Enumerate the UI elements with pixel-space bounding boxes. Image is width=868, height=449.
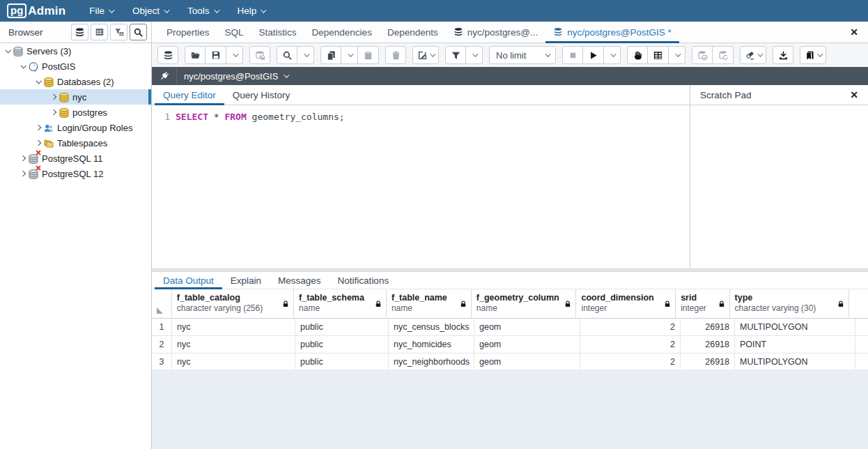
chevron-right-icon[interactable] <box>51 109 56 115</box>
chevron-down-icon[interactable] <box>36 78 41 84</box>
execute-dropdown-button[interactable] <box>604 46 621 64</box>
cell-coord-dimension[interactable]: 2 <box>580 353 681 370</box>
cell-type[interactable]: MULTIPOLYGON <box>735 353 855 370</box>
cell-coord-dimension[interactable]: 2 <box>580 319 681 335</box>
tree-item-postgresql-11[interactable]: PostgreSQL 11 <box>0 151 151 166</box>
table-row[interactable]: 3 nyc public nyc_neighborhoods geom 2 26… <box>152 353 868 370</box>
cell-f-table-schema[interactable]: public <box>295 319 389 335</box>
column-header-type[interactable]: type character varying (30) <box>730 289 849 318</box>
table-row[interactable]: 1 nyc public nyc_census_blocks geom 2 26… <box>152 319 868 336</box>
copy-button[interactable] <box>320 46 341 64</box>
column-header-srid[interactable]: srid integer <box>676 289 729 318</box>
row-number[interactable]: 3 <box>152 353 172 370</box>
column-header-f-table-name[interactable]: f_table_name name <box>387 289 472 318</box>
cell-f-geometry-column[interactable]: geom <box>474 319 580 335</box>
explain-dropdown-button[interactable] <box>669 46 685 64</box>
cell-f-table-catalog[interactable]: nyc <box>172 319 295 335</box>
chevron-right-icon[interactable] <box>20 171 26 176</box>
tab-dependencies[interactable]: Dependencies <box>304 22 380 43</box>
table-row[interactable]: 2 nyc public nyc_homicides geom 2 26918 … <box>152 336 868 353</box>
sql-editor[interactable]: 1 SELECT * FROM geometry_columns; <box>152 105 690 268</box>
tab-data-output[interactable]: Data Output <box>155 272 222 289</box>
find-button[interactable] <box>277 46 297 64</box>
tab-sql[interactable]: SQL <box>217 22 251 43</box>
column-header-f-table-catalog[interactable]: f_table_catalog character varying (256) <box>172 289 294 318</box>
tab-explain[interactable]: Explain <box>222 272 270 289</box>
chevron-down-icon[interactable] <box>20 63 26 68</box>
tree-item-postgis[interactable]: PostGIS <box>0 59 151 74</box>
row-number[interactable]: 2 <box>152 336 172 353</box>
tab-statistics[interactable]: Statistics <box>251 22 304 43</box>
explain-button[interactable] <box>627 46 648 64</box>
column-header-coord-dimension[interactable]: coord_dimension integer <box>576 289 676 318</box>
tree-item-databases[interactable]: Databases (2) <box>0 74 151 89</box>
delete-button[interactable] <box>385 46 406 64</box>
rollback-button[interactable] <box>713 46 734 64</box>
cell-srid[interactable]: 26918 <box>681 336 735 353</box>
download-results-button[interactable] <box>773 46 793 64</box>
menu-object[interactable]: Object <box>132 6 168 16</box>
filter-button[interactable] <box>445 46 466 64</box>
cancel-query-button[interactable] <box>562 46 583 64</box>
cell-f-table-catalog[interactable]: nyc <box>172 353 295 370</box>
row-limit-select[interactable]: No limit <box>489 46 556 64</box>
cell-srid[interactable]: 26918 <box>681 319 735 335</box>
tab-properties[interactable]: Properties <box>159 22 217 43</box>
cell-f-geometry-column[interactable]: geom <box>474 353 580 370</box>
column-header-f-table-schema[interactable]: f_table_schema name <box>294 289 387 318</box>
cell-type[interactable]: POINT <box>735 336 855 353</box>
tab-query-editor[interactable]: Query Editor <box>155 85 224 105</box>
close-scratch-pad-button[interactable]: ✕ <box>850 89 858 100</box>
macros-button[interactable] <box>800 46 826 64</box>
tree-item-postgres-db[interactable]: postgres <box>0 105 151 120</box>
tab-messages[interactable]: Messages <box>270 272 330 289</box>
tab-dependents[interactable]: Dependents <box>380 22 446 43</box>
object-explorer-button[interactable] <box>71 24 88 40</box>
tree-item-tablespaces[interactable]: Tablespaces <box>0 135 151 151</box>
tab-query-history[interactable]: Query History <box>224 85 299 105</box>
search-button[interactable] <box>130 24 147 40</box>
open-file-button[interactable] <box>185 46 206 64</box>
tree-item-login-group-roles[interactable]: Login/Group Roles <box>0 120 151 135</box>
chevron-down-icon[interactable] <box>5 47 10 53</box>
execute-query-button[interactable] <box>583 46 604 64</box>
cell-f-table-schema[interactable]: public <box>295 336 389 353</box>
dashboard-grid-button[interactable] <box>91 24 108 40</box>
tree-item-nyc[interactable]: nyc <box>0 89 151 105</box>
edit-menu-button[interactable] <box>412 46 439 64</box>
cell-coord-dimension[interactable]: 2 <box>580 336 681 353</box>
save-file-button[interactable] <box>206 46 226 64</box>
cell-srid[interactable]: 26918 <box>681 353 735 370</box>
paste-button[interactable] <box>358 46 379 64</box>
chevron-right-icon[interactable] <box>36 125 41 130</box>
cell-f-table-name[interactable]: nyc_homicides <box>389 336 474 353</box>
commit-button[interactable] <box>692 46 713 64</box>
chevron-right-icon[interactable] <box>36 140 41 146</box>
cell-f-table-name[interactable]: nyc_census_blocks <box>389 319 474 335</box>
new-connection-button[interactable] <box>157 46 178 64</box>
tree-item-postgresql-12[interactable]: PostgreSQL 12 <box>0 166 151 181</box>
select-all-corner[interactable] <box>152 289 172 318</box>
cell-f-geometry-column[interactable]: geom <box>474 336 580 353</box>
close-tab-button[interactable]: ✕ <box>840 22 868 43</box>
cell-f-table-schema[interactable]: public <box>295 353 389 370</box>
tab-query-tool-2-active[interactable]: nyc/postgres@PostGIS * <box>545 22 679 43</box>
column-header-f-geometry-column[interactable]: f_geometry_column name <box>472 289 577 318</box>
save-data-changes-button[interactable] <box>249 46 270 64</box>
copy-dropdown-button[interactable] <box>341 46 358 64</box>
tab-query-tool-1[interactable]: nyc/postgres@... <box>446 22 546 43</box>
menu-file[interactable]: File <box>89 6 113 16</box>
cell-type[interactable]: MULTIPOLYGON <box>735 319 855 335</box>
scratch-pad-textarea[interactable] <box>690 105 868 268</box>
row-number[interactable]: 1 <box>152 319 172 335</box>
cell-f-table-name[interactable]: nyc_neighborhoods <box>389 353 474 370</box>
find-dropdown-button[interactable] <box>297 46 314 64</box>
cell-f-table-catalog[interactable]: nyc <box>172 336 295 353</box>
chevron-right-icon[interactable] <box>20 155 26 161</box>
chevron-right-icon[interactable] <box>51 94 56 100</box>
explain-analyze-button[interactable] <box>648 46 669 64</box>
clear-button[interactable] <box>740 46 766 64</box>
save-dropdown-button[interactable] <box>226 46 243 64</box>
menu-help[interactable]: Help <box>238 6 265 16</box>
menu-tools[interactable]: Tools <box>187 6 218 16</box>
